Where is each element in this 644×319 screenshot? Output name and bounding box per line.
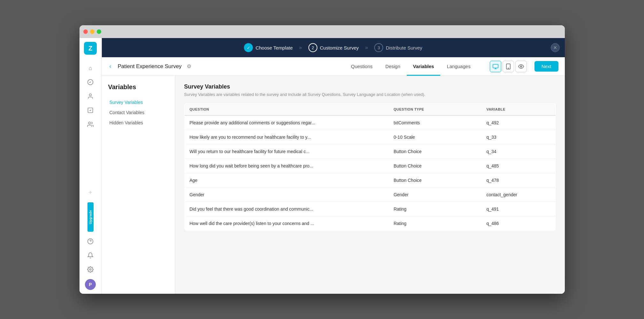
sidebar-item-groups[interactable] <box>85 119 96 130</box>
sidebar-item-contacts[interactable] <box>85 90 96 102</box>
preview-button[interactable] <box>515 61 527 72</box>
cell-question-4: Age <box>184 173 389 188</box>
cell-question-7: How well did the care provider(s) listen… <box>184 216 389 231</box>
left-panel: Variables Survey Variables Contact Varia… <box>102 76 175 294</box>
sidebar-item-survey[interactable] <box>85 76 96 88</box>
cell-question-0: Please provide any additional comments o… <box>184 115 389 130</box>
section-desc: Survey Variables are variables related t… <box>184 92 556 97</box>
right-panel: Survey Variables Survey Variables are va… <box>175 76 565 294</box>
nav-survey-variables[interactable]: Survey Variables <box>108 97 169 107</box>
cell-question-2: Will you return to our healthcare facili… <box>184 144 389 159</box>
back-button[interactable]: ‹ <box>108 62 113 71</box>
add-button[interactable]: + <box>85 187 96 198</box>
survey-settings-icon[interactable]: ⚙ <box>187 63 191 69</box>
cell-variable-7: q_486 <box>481 216 556 231</box>
tab-questions[interactable]: Questions <box>345 57 379 76</box>
cell-variable-4: q_478 <box>481 173 556 188</box>
cell-variable-1: q_33 <box>481 130 556 144</box>
close-button[interactable] <box>83 29 88 34</box>
cell-type-5: Gender <box>389 188 481 202</box>
cell-variable-3: q_485 <box>481 159 556 173</box>
cell-type-0: txtComments <box>389 115 481 130</box>
cell-question-3: How long did you wait before being seen … <box>184 159 389 173</box>
nav-contact-variables[interactable]: Contact Variables <box>108 107 169 118</box>
table-body: Please provide any additional comments o… <box>184 115 556 231</box>
content-area: Variables Survey Variables Contact Varia… <box>102 76 565 294</box>
wizard-steps: ✓ Choose Template » 2 Customize Survey »… <box>244 43 422 52</box>
cell-variable-0: q_492 <box>481 115 556 130</box>
step3-circle: 3 <box>374 43 383 52</box>
step2-circle: 2 <box>308 43 317 52</box>
wizard-step-choose-template: ✓ Choose Template <box>244 43 292 52</box>
panel-title: Variables <box>108 83 169 91</box>
sidebar-item-settings[interactable] <box>85 264 96 275</box>
arrow-2: » <box>365 45 368 51</box>
user-avatar[interactable]: P <box>85 279 96 290</box>
survey-title: Patient Experience Survey <box>118 63 182 70</box>
cell-variable-2: q_34 <box>481 144 556 159</box>
sidebar-item-home[interactable]: ⌂ <box>85 62 96 74</box>
app-body: Z ⌂ + Upgrade <box>80 38 565 294</box>
variables-table: QUESTION QUESTION TYPE VARIABLE Please p… <box>184 103 556 231</box>
svg-point-10 <box>520 66 522 67</box>
minimize-button[interactable] <box>90 29 95 34</box>
cell-question-5: Gender <box>184 188 389 202</box>
tab-variables[interactable]: Variables <box>407 57 441 76</box>
cell-type-6: Rating <box>389 202 481 216</box>
cell-question-1: How likely are you to recommend our heal… <box>184 130 389 144</box>
svg-point-1 <box>89 94 92 96</box>
svg-point-6 <box>90 269 91 270</box>
tabs: Questions Design Variables Languages <box>345 57 477 76</box>
wizard-step-customize: 2 Customize Survey <box>308 43 359 52</box>
table-row: How well did the care provider(s) listen… <box>184 216 556 231</box>
arrow-1: » <box>299 45 302 51</box>
table-row: GenderGendercontact_gender <box>184 188 556 202</box>
nav-hidden-variables[interactable]: Hidden Variables <box>108 118 169 128</box>
col-header-variable: VARIABLE <box>481 104 556 116</box>
sidebar-item-notifications[interactable] <box>85 250 96 261</box>
svg-point-9 <box>508 68 509 68</box>
main-area: ✓ Choose Template » 2 Customize Survey »… <box>102 38 565 294</box>
table-header-row: QUESTION QUESTION TYPE VARIABLE <box>184 104 556 116</box>
cell-variable-6: q_491 <box>481 202 556 216</box>
cell-type-2: Button Choice <box>389 144 481 159</box>
next-button[interactable]: Next <box>534 61 558 72</box>
upgrade-badge[interactable]: Upgrade <box>87 202 94 232</box>
sidebar-item-help[interactable] <box>85 236 96 247</box>
desktop-view-button[interactable] <box>490 61 501 72</box>
cell-type-4: Button Choice <box>389 173 481 188</box>
step3-label: Distribute Survey <box>386 45 422 51</box>
section-title: Survey Variables <box>184 83 556 90</box>
step1-label: Choose Template <box>255 45 292 51</box>
table-row: AgeButton Choiceq_478 <box>184 173 556 188</box>
col-header-type: QUESTION TYPE <box>389 104 481 116</box>
maximize-button[interactable] <box>97 29 101 34</box>
table-row: Will you return to our healthcare facili… <box>184 144 556 159</box>
cell-type-7: Rating <box>389 216 481 231</box>
svg-rect-7 <box>493 64 498 68</box>
toolbar-icons <box>490 61 527 72</box>
svg-point-3 <box>88 122 91 124</box>
cell-type-3: Button Choice <box>389 159 481 173</box>
col-header-question: QUESTION <box>184 104 389 116</box>
table-row: How likely are you to recommend our heal… <box>184 130 556 144</box>
title-bar <box>80 25 565 38</box>
traffic-lights <box>83 29 101 34</box>
logo-letter: Z <box>88 45 92 52</box>
wizard-nav: ✓ Choose Template » 2 Customize Survey »… <box>102 38 565 57</box>
tab-design[interactable]: Design <box>379 57 407 76</box>
tab-languages[interactable]: Languages <box>440 57 477 76</box>
table-row: Did you feel that there was good coordin… <box>184 202 556 216</box>
cell-type-1: 0-10 Scale <box>389 130 481 144</box>
wizard-step-distribute: 3 Distribute Survey <box>374 43 422 52</box>
table-row: How long did you wait before being seen … <box>184 159 556 173</box>
cell-question-6: Did you feel that there was good coordin… <box>184 202 389 216</box>
step2-label: Customize Survey <box>320 45 359 51</box>
sidebar-icons: Z ⌂ + Upgrade <box>80 38 102 294</box>
close-wizard-button[interactable]: ✕ <box>551 43 560 52</box>
logo[interactable]: Z <box>84 42 97 55</box>
cell-variable-5: contact_gender <box>481 188 556 202</box>
sidebar-item-tasks[interactable] <box>85 105 96 116</box>
tablet-view-button[interactable] <box>503 61 514 72</box>
step1-circle: ✓ <box>244 43 253 52</box>
